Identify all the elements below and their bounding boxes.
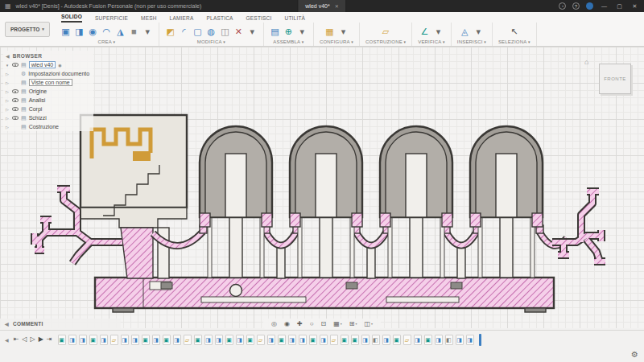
browser-item-impostazioni-documento[interactable]: ▷⚙Impostazioni documento bbox=[3, 69, 93, 78]
timeline-feature-construction[interactable]: ▱ bbox=[257, 335, 265, 345]
timeline-feature-construction[interactable]: ▱ bbox=[184, 335, 192, 345]
visibility-eye-icon[interactable] bbox=[12, 98, 19, 102]
model-section-view[interactable] bbox=[0, 0, 644, 362]
select-icon[interactable]: ↖ bbox=[509, 25, 519, 38]
timeline-feature-sketch[interactable]: ▣ bbox=[309, 335, 317, 345]
insert-more-icon[interactable]: ▾ bbox=[473, 25, 484, 38]
browser-item-origine[interactable]: ▷▤Origine bbox=[3, 87, 93, 96]
comments-panel-bar[interactable]: ◀ COMMENTI bbox=[0, 319, 121, 329]
display-settings-icon[interactable]: ▦▾ bbox=[333, 321, 342, 327]
skip-to-end-icon[interactable]: ⇥ bbox=[47, 336, 52, 343]
joint-icon[interactable]: ⊕ bbox=[283, 25, 294, 38]
ribbon-tab-lamiera[interactable]: LAMIERA bbox=[170, 15, 194, 23]
timeline-feature-feature[interactable]: ◨ bbox=[121, 335, 129, 345]
visibility-eye-icon[interactable] bbox=[12, 63, 19, 67]
construction-plane-icon[interactable]: ▱ bbox=[381, 25, 391, 38]
timeline-feature-sketch[interactable]: ▣ bbox=[163, 335, 171, 345]
browser-item-costruzione[interactable]: ▷▤Costruzione bbox=[3, 122, 93, 131]
viewcube-front-face[interactable]: FRONTE bbox=[599, 64, 631, 94]
timeline-feature-construction[interactable]: ▱ bbox=[330, 335, 338, 345]
timeline-feature-feature[interactable]: ◨ bbox=[320, 335, 328, 345]
help-icon[interactable]: ? bbox=[572, 2, 580, 10]
ribbon-group-label-verifica[interactable]: VERIFICA bbox=[418, 39, 445, 44]
pan-icon[interactable]: ✚ bbox=[297, 321, 303, 327]
orbit-icon[interactable]: ◎ bbox=[271, 321, 277, 327]
caret-right-icon[interactable]: ▷ bbox=[5, 98, 10, 103]
timeline-feature-feature[interactable]: ◨ bbox=[236, 335, 244, 345]
home-view-icon[interactable]: ⌂ bbox=[584, 58, 588, 66]
right-branch[interactable] bbox=[552, 191, 605, 261]
timeline-feature-feature[interactable]: ◨ bbox=[456, 335, 464, 345]
assemble-more-icon[interactable]: ▾ bbox=[297, 25, 308, 38]
press-pull-icon[interactable]: ◩ bbox=[165, 25, 175, 38]
timeline-feature-feature[interactable]: ◨ bbox=[466, 335, 474, 345]
visibility-eye-icon[interactable] bbox=[12, 89, 19, 93]
shell-icon[interactable]: ▢ bbox=[192, 25, 203, 38]
ribbon-group-label-costruzione[interactable]: COSTRUZIONE bbox=[365, 39, 406, 44]
browser-header[interactable]: ◀ BROWSER bbox=[3, 51, 93, 60]
visibility-eye-icon[interactable] bbox=[12, 107, 19, 111]
timeline-feature-feature[interactable]: ◨ bbox=[382, 335, 390, 345]
dome-bulb-3[interactable] bbox=[380, 126, 452, 278]
insert-icon[interactable]: ◬ bbox=[460, 25, 470, 38]
timeline-feature-sketch[interactable]: ▣ bbox=[424, 335, 432, 345]
timeline-feature-feature[interactable]: ◨ bbox=[173, 335, 181, 345]
project-menu-button[interactable]: PROGETTO bbox=[5, 22, 50, 37]
controller-board[interactable] bbox=[80, 115, 187, 278]
fillet-icon[interactable]: ◜ bbox=[179, 25, 189, 38]
ribbon-tab-superficie[interactable]: SUPERFICIE bbox=[95, 15, 128, 23]
combine-icon[interactable]: ◍ bbox=[206, 25, 217, 38]
timeline-feature-feature[interactable]: ◨ bbox=[288, 335, 296, 345]
dome-bulb-2[interactable] bbox=[290, 126, 362, 278]
zoom-icon[interactable]: ○ bbox=[310, 321, 314, 327]
timeline-feature-sketch[interactable]: ▣ bbox=[393, 335, 401, 345]
browser-item-schizzi[interactable]: ▷▤Schizzi bbox=[3, 113, 93, 122]
ribbon-tab-solido[interactable]: SOLIDO bbox=[61, 14, 82, 23]
revolve-icon[interactable]: ◉ bbox=[88, 25, 98, 38]
new-component-icon[interactable]: ▣ bbox=[60, 25, 71, 38]
ribbon-group-label-configura[interactable]: CONFIGURA bbox=[320, 39, 353, 44]
box-primitive-icon[interactable]: ■ bbox=[129, 25, 139, 38]
play-icon[interactable]: ▷ bbox=[30, 336, 35, 343]
minimize-button[interactable]: — bbox=[600, 3, 609, 9]
caret-right-icon[interactable]: ▷ bbox=[5, 116, 10, 121]
layout-grid-icon[interactable]: ⊞▾ bbox=[349, 321, 357, 327]
timeline-feature-sketch[interactable]: ▣ bbox=[246, 335, 254, 345]
timeline-feature-construction[interactable]: ▱ bbox=[110, 335, 118, 345]
timeline-feature-feature[interactable]: ◨ bbox=[204, 335, 213, 345]
loft-icon[interactable]: ◮ bbox=[115, 25, 126, 38]
ribbon-group-label-seleziona[interactable]: SELEZIONA bbox=[498, 39, 530, 44]
ribbon-group-label-crea[interactable]: CREA bbox=[97, 39, 115, 44]
user-avatar[interactable] bbox=[586, 2, 593, 10]
timeline-feature-sketch[interactable]: ▣ bbox=[225, 335, 233, 345]
document-tab[interactable]: wled v40* ✕ bbox=[297, 0, 346, 12]
timeline-collapse-icon[interactable]: ◀ bbox=[5, 337, 9, 343]
look-at-icon[interactable]: ◉ bbox=[284, 321, 290, 327]
timeline-feature-sketch[interactable]: ▣ bbox=[58, 335, 66, 345]
step-back-icon[interactable]: ◁ bbox=[22, 336, 27, 343]
browser-root-item[interactable]: ▾ ▤ wled v40 ◉ bbox=[3, 60, 93, 69]
create-more-icon[interactable]: ▾ bbox=[142, 25, 153, 38]
modify-more-icon[interactable]: ▾ bbox=[247, 25, 258, 38]
viewports-icon[interactable]: ◫▾ bbox=[364, 321, 373, 327]
extrude-icon[interactable]: ◨ bbox=[74, 25, 85, 38]
panel-collapse-icon[interactable]: ◀ bbox=[6, 53, 10, 59]
configure-more-icon[interactable]: ▾ bbox=[338, 25, 349, 38]
browser-item-viste-con-nome[interactable]: ▷▤Viste con nome bbox=[3, 78, 93, 87]
ribbon-tab-plastica[interactable]: PLASTICA bbox=[207, 15, 233, 23]
timeline-feature-modify[interactable]: ◧ bbox=[372, 335, 380, 345]
ribbon-group-label-inserisci[interactable]: INSERISCI bbox=[457, 39, 486, 44]
timeline-feature-feature[interactable]: ◨ bbox=[68, 335, 76, 345]
ribbon-tab-gestisci[interactable]: GESTISCI bbox=[246, 15, 272, 23]
assembly-new-component-icon[interactable]: ▤ bbox=[270, 25, 280, 38]
caret-right-icon[interactable]: ▷ bbox=[5, 72, 10, 76]
ribbon-group-label-assembla[interactable]: ASSEMBLA bbox=[273, 39, 303, 44]
fit-icon[interactable]: ⊡ bbox=[320, 321, 326, 327]
close-button[interactable]: ✕ bbox=[630, 3, 639, 10]
browser-item-analisi[interactable]: ▷▤Analisi bbox=[3, 96, 93, 105]
timeline-feature-feature[interactable]: ◨ bbox=[361, 335, 369, 345]
timeline-settings-gear-icon[interactable]: ⚙ bbox=[631, 350, 638, 359]
configuration-table-icon[interactable]: ▦ bbox=[324, 25, 335, 38]
visibility-eye-icon[interactable] bbox=[12, 116, 19, 120]
ribbon-tab-utilit[interactable]: UTILITÀ bbox=[285, 15, 306, 23]
